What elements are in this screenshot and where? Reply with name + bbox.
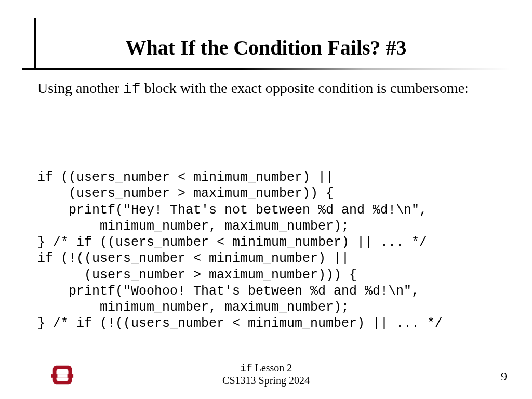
footer-lesson: Lesson 2 [252,362,292,374]
code-block: if ((users_number < minimum_number) || (… [37,169,443,332]
slide-title: What If the Condition Fails? #3 [0,35,532,60]
footer-keyword-if: if [240,363,252,375]
slide-footer: if Lesson 2 CS1313 Spring 2024 [0,362,532,387]
university-logo [50,363,75,388]
footer-course: CS1313 Spring 2024 [0,375,532,387]
ou-logo-icon [50,363,75,388]
slide-body: Using another if block with the exact op… [37,79,505,98]
horizontal-rule [22,68,510,70]
svg-rect-1 [57,374,67,378]
body-text-post: block with the exact opposite condition … [140,80,468,96]
page-number: 9 [501,369,507,383]
body-text-pre: Using another [37,80,123,96]
body-keyword-if: if [123,81,141,97]
